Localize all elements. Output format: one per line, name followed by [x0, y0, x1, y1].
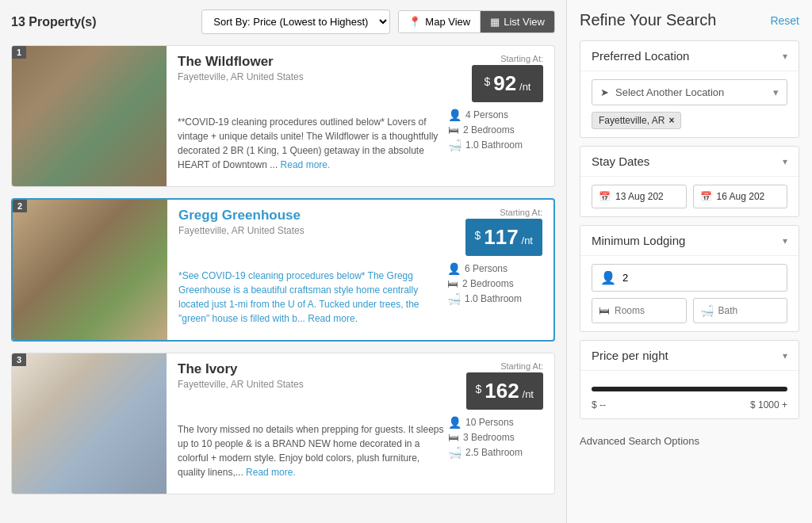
price-badge: $ 92 /nt: [472, 65, 543, 102]
read-more-link[interactable]: Read more.: [281, 159, 331, 170]
preferred-location-section: Preferred Location ▾ ➤ Select Another Lo…: [580, 40, 799, 138]
persons-amenity: 👤 6 Persons: [447, 262, 542, 275]
person-icon: 👤: [600, 270, 616, 285]
price-amount: 92: [493, 71, 516, 95]
property-description: *See COVID-19 cleaning procedures below*…: [178, 269, 447, 326]
bath-icon: 🛁: [700, 304, 714, 317]
bathroom-amenity: 🛁 2.5 Bathroom: [448, 446, 543, 459]
bedrooms-amenity: 🛏 2 Bedrooms: [448, 124, 543, 136]
property-image: [12, 46, 167, 186]
preferred-location-header[interactable]: Preferred Location ▾: [580, 41, 799, 71]
check-out-input[interactable]: 📅 16 Aug 202: [693, 185, 788, 208]
calendar-icon-in: 📅: [599, 191, 611, 202]
read-more-link[interactable]: Read more.: [246, 467, 296, 478]
calendar-icon-out: 📅: [700, 191, 712, 202]
list-icon: ▦: [490, 16, 500, 28]
map-pin-icon: 📍: [408, 16, 421, 28]
persons-amenity: 👤 4 Persons: [448, 109, 543, 121]
price-amount: 117: [484, 225, 518, 249]
property-image: [13, 200, 167, 340]
bedrooms-amenity: 🛏 2 Bedrooms: [447, 277, 542, 290]
price-min-label: $ --: [592, 399, 606, 410]
price-max-label: $ 1000 +: [750, 399, 787, 410]
bath-input[interactable]: [718, 305, 781, 316]
card-title-block: Gregg Greenhouse Fayetteville, AR United…: [178, 208, 450, 236]
reset-link[interactable]: Reset: [770, 14, 799, 27]
property-location: Fayetteville, AR United States: [178, 225, 450, 236]
starting-at-label: Starting At:: [500, 361, 543, 371]
date-row: 📅 13 Aug 202 📅 16 Aug 202: [592, 185, 787, 208]
stay-dates-title: Stay Dates: [592, 155, 649, 168]
card-title-block: The Ivory Fayetteville, AR United States: [178, 361, 450, 390]
property-title: Gregg Greenhouse: [178, 208, 450, 223]
persons-icon: 👤: [448, 416, 462, 429]
top-bar: 13 Property(s) Sort By: Price (Lowest to…: [11, 10, 555, 34]
location-arrow-icon: ➤: [600, 86, 609, 98]
advanced-search-link[interactable]: Advanced Search Options: [580, 427, 799, 455]
price-header[interactable]: Price per night ▾: [580, 341, 799, 371]
bathroom-value: 2.5 Bathroom: [465, 447, 523, 458]
persons-value: 10 Persons: [465, 417, 514, 428]
card-body: Gregg Greenhouse Fayetteville, AR United…: [167, 200, 553, 340]
location-tag-close[interactable]: ×: [668, 115, 674, 126]
rooms-bath-row: 🛏 🛁: [592, 298, 787, 323]
persons-amenity: 👤 10 Persons: [448, 416, 543, 429]
price-symbol: $: [485, 75, 491, 88]
bathroom-amenity: 🛁 1.0 Bathroom: [447, 292, 542, 305]
bedrooms-value: 2 Bedrooms: [463, 124, 515, 136]
slider-track: [592, 387, 787, 391]
stay-dates-body: 📅 13 Aug 202 📅 16 Aug 202: [580, 177, 799, 216]
preferred-location-body: ➤ Select Another Location ▾ Fayetteville…: [580, 71, 799, 137]
stay-dates-header[interactable]: Stay Dates ▾: [580, 147, 799, 177]
stay-dates-section: Stay Dates ▾ 📅 13 Aug 202 📅 16 Aug 202: [580, 146, 799, 217]
bathroom-value: 1.0 Bathroom: [465, 139, 523, 151]
sort-select[interactable]: Sort By: Price (Lowest to Highest): [201, 10, 390, 34]
property-list: 1 The Wildflower Fayetteville, AR United…: [11, 45, 555, 494]
minimum-lodging-body: 👤 🛏 🛁: [580, 256, 799, 331]
location-select-container[interactable]: ➤ Select Another Location ▾: [592, 79, 787, 105]
read-more-link[interactable]: Read more.: [308, 313, 358, 324]
map-view-button[interactable]: 📍 Map View: [399, 11, 481, 32]
persons-icon: 👤: [447, 262, 461, 275]
price-unit: /nt: [523, 388, 534, 400]
view-toggle: 📍 Map View ▦ List View: [398, 10, 555, 33]
price-range-row: $ -- $ 1000 +: [592, 399, 787, 410]
list-view-button[interactable]: ▦ List View: [481, 11, 554, 32]
card-number: 1: [12, 46, 26, 59]
card-amenities: 👤 10 Persons 🛏 3 Bedrooms 🛁 2.5 Bathroom: [448, 416, 543, 486]
minimum-lodging-section: Minimum Lodging ▾ 👤 🛏 🛁: [580, 225, 799, 332]
bedrooms-amenity: 🛏 3 Bedrooms: [448, 431, 543, 444]
listings-panel: 13 Property(s) Sort By: Price (Lowest to…: [0, 0, 566, 523]
persons-input-container: 👤: [592, 264, 787, 292]
price-title: Price per night: [592, 349, 668, 362]
bath-amenity-icon: 🛁: [447, 292, 461, 305]
property-card: 2 Gregg Greenhouse Fayetteville, AR Unit…: [11, 198, 555, 342]
card-body: The Ivory Fayetteville, AR United States…: [167, 353, 554, 494]
bedrooms-value: 3 Bedrooms: [463, 432, 515, 443]
price-unit: /nt: [522, 235, 533, 246]
filter-title: Refine Your Search: [580, 11, 716, 29]
minimum-lodging-title: Minimum Lodging: [592, 234, 685, 247]
location-tag-text: Fayetteville, AR: [599, 115, 665, 126]
property-title: The Ivory: [178, 361, 450, 377]
bath-amenity-icon: 🛁: [448, 446, 462, 459]
price-symbol: $: [475, 229, 481, 242]
bed-amenity-icon: 🛏: [448, 431, 459, 444]
property-card: 3 The Ivory Fayetteville, AR United Stat…: [11, 353, 555, 494]
bathroom-value: 1.0 Bathroom: [465, 293, 522, 304]
price-slider[interactable]: [592, 387, 787, 391]
location-tag[interactable]: Fayetteville, AR ×: [592, 112, 681, 129]
bed-amenity-icon: 🛏: [448, 124, 459, 136]
check-in-input[interactable]: 📅 13 Aug 202: [592, 185, 687, 208]
check-out-value: 16 Aug 202: [717, 191, 765, 202]
starting-at-label: Starting At:: [500, 54, 543, 63]
property-location: Fayetteville, AR United States: [178, 379, 450, 390]
persons-input[interactable]: [622, 272, 779, 284]
filter-header: Refine Your Search Reset: [580, 11, 799, 29]
rooms-input[interactable]: [615, 305, 680, 316]
price-badge: $ 117 /nt: [465, 219, 542, 256]
property-description: **COVID-19 cleaning procedures outlined …: [178, 115, 448, 172]
minimum-lodging-header[interactable]: Minimum Lodging ▾: [580, 226, 799, 256]
property-description: The Ivory missed no details when preppin…: [178, 422, 448, 479]
persons-row: 👤: [592, 264, 787, 292]
